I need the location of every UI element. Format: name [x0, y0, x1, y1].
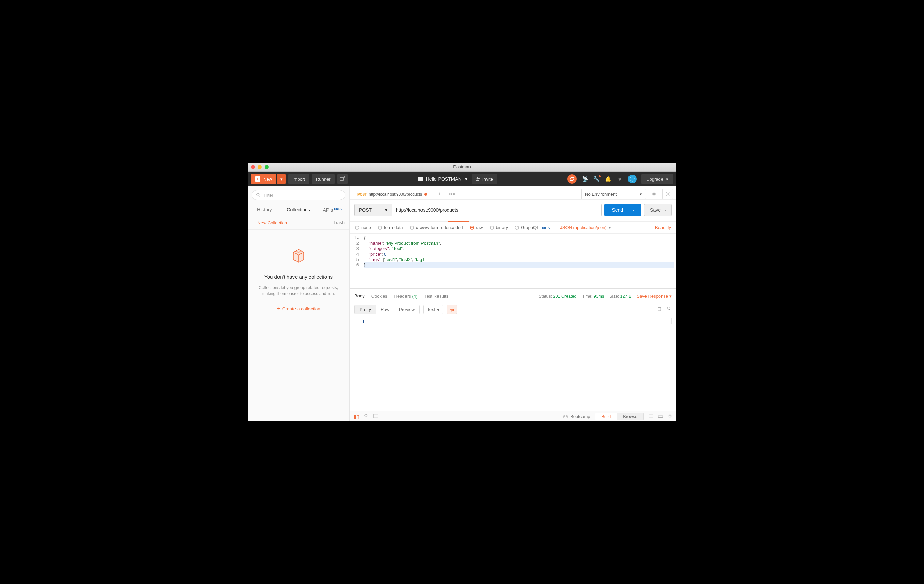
- create-collection-button[interactable]: + Create a collection: [276, 305, 320, 313]
- response-tab-headers[interactable]: Headers (4): [394, 292, 418, 301]
- method-selector[interactable]: POST ▾: [355, 204, 392, 216]
- environment-preview-button[interactable]: [648, 189, 660, 199]
- svg-point-5: [653, 193, 655, 195]
- console-icon[interactable]: [373, 413, 378, 419]
- request-tab[interactable]: POST http://localhost:9000/products: [353, 189, 431, 199]
- svg-point-2: [630, 177, 635, 181]
- avatar[interactable]: [628, 174, 637, 183]
- copy-icon: [657, 306, 662, 311]
- tab-url: http://localhost:9000/products: [369, 192, 422, 197]
- svg-point-16: [667, 307, 670, 309]
- body-type-graphql[interactable]: GraphQLBETA: [515, 225, 550, 230]
- heart-icon[interactable]: ♥: [616, 176, 623, 182]
- send-button[interactable]: Send ▾: [604, 204, 642, 216]
- view-pretty[interactable]: Pretty: [355, 305, 376, 314]
- sync-button[interactable]: [567, 174, 577, 184]
- tab-apis[interactable]: APIsBETA: [315, 204, 349, 216]
- status-value: 201 Created: [553, 294, 577, 299]
- plus-icon: +: [276, 305, 280, 313]
- chevron-down-icon: ▾: [640, 192, 642, 197]
- body-type-raw[interactable]: raw: [470, 225, 483, 230]
- svg-line-19: [367, 416, 368, 418]
- body-type-binary[interactable]: binary: [490, 225, 508, 230]
- maximize-window-icon[interactable]: [264, 165, 269, 169]
- invite-button[interactable]: Invite: [472, 174, 497, 184]
- satellite-icon[interactable]: 📡: [581, 176, 588, 182]
- find-icon[interactable]: [364, 413, 369, 419]
- keyboard-shortcuts-icon[interactable]: [658, 413, 663, 419]
- collection-cube-icon: [289, 245, 309, 266]
- tab-options-button[interactable]: •••: [447, 189, 457, 199]
- response-format-selector[interactable]: Text ▾: [423, 305, 443, 314]
- environment-settings-button[interactable]: [662, 189, 673, 199]
- import-button[interactable]: Import: [289, 174, 309, 184]
- main-pane: POST http://localhost:9000/products + ••…: [350, 186, 676, 421]
- time-value: 93ms: [594, 294, 604, 299]
- url-input[interactable]: http://localhost:9000/products: [392, 204, 602, 216]
- size-value: 127 B: [620, 294, 632, 299]
- code-content: { "name": "My Product from Postman", "ca…: [361, 234, 676, 288]
- build-tab[interactable]: Build: [596, 413, 617, 420]
- svg-point-18: [365, 414, 367, 417]
- response-tab-tests[interactable]: Test Results: [424, 292, 449, 301]
- svg-line-11: [666, 192, 667, 193]
- help-icon[interactable]: ?: [668, 413, 672, 419]
- view-preview[interactable]: Preview: [394, 305, 419, 314]
- upgrade-button[interactable]: Upgrade ▾: [642, 174, 673, 184]
- new-dropdown-button[interactable]: ▾: [277, 174, 285, 184]
- new-tab-button[interactable]: +: [434, 189, 444, 199]
- save-response-button[interactable]: Save Response ▾: [637, 294, 672, 299]
- bootcamp-button[interactable]: Bootcamp: [563, 414, 590, 419]
- tab-collections[interactable]: Collections: [282, 204, 315, 216]
- empty-desc: Collections let you group related reques…: [256, 285, 341, 298]
- bell-icon[interactable]: 🔔: [605, 176, 612, 182]
- body-type-form-data[interactable]: form-data: [378, 225, 403, 230]
- filter-input[interactable]: Filter: [252, 190, 345, 200]
- plus-icon: +: [252, 220, 255, 226]
- unsaved-dot-icon: [424, 193, 427, 196]
- empty-title: You don't have any collections: [264, 274, 333, 280]
- save-button[interactable]: Save ▾: [644, 204, 672, 216]
- two-pane-icon[interactable]: [648, 413, 653, 419]
- minimize-window-icon[interactable]: [258, 165, 262, 169]
- chevron-down-icon: ▾: [465, 176, 467, 182]
- runner-button[interactable]: Runner: [312, 174, 335, 184]
- chevron-down-icon: ▾: [666, 177, 668, 182]
- response-tab-cookies[interactable]: Cookies: [371, 292, 388, 301]
- workspace-selector[interactable]: Hello POSTMAN ▾: [418, 176, 467, 182]
- new-window-icon: [340, 176, 345, 182]
- new-collection-button[interactable]: + New Collection: [252, 220, 287, 226]
- body-type-none[interactable]: none: [355, 225, 371, 230]
- svg-rect-15: [658, 307, 661, 310]
- content-type-selector[interactable]: JSON (application/json) ▾: [560, 225, 611, 230]
- tab-history[interactable]: History: [248, 204, 282, 216]
- new-window-button[interactable]: [337, 174, 348, 184]
- search-icon: [256, 192, 261, 197]
- sidebar-toggle-icon[interactable]: ▮▯: [354, 414, 359, 419]
- wrench-icon[interactable]: 🔧: [593, 176, 600, 182]
- search-response-button[interactable]: [667, 306, 672, 313]
- build-browse-toggle[interactable]: Build Browse: [595, 413, 644, 420]
- close-window-icon[interactable]: [251, 165, 255, 169]
- chevron-down-icon: ▾: [437, 307, 439, 312]
- svg-line-17: [670, 309, 671, 311]
- svg-text:?: ?: [669, 415, 671, 418]
- environment-selector[interactable]: No Environment ▾: [581, 189, 646, 199]
- trash-link[interactable]: Trash: [333, 220, 345, 226]
- view-raw[interactable]: Raw: [376, 305, 394, 314]
- response-content[interactable]: [368, 317, 672, 324]
- beautify-button[interactable]: Beautify: [655, 225, 671, 230]
- copy-response-button[interactable]: [657, 306, 662, 313]
- chevron-down-icon: ▾: [385, 207, 388, 213]
- wrap-lines-button[interactable]: [447, 304, 457, 314]
- svg-rect-23: [658, 415, 663, 418]
- chevron-down-icon: ▾: [669, 294, 672, 299]
- app-window: Postman + New ▾ Import Runner Hello POST…: [248, 163, 676, 421]
- tab-method: POST: [358, 192, 367, 196]
- search-icon: [667, 306, 672, 311]
- request-body-editor[interactable]: 1▾ 2 3 4 5 6 { "name": "My Product from …: [350, 234, 676, 288]
- response-tab-body[interactable]: Body: [355, 291, 365, 301]
- browse-tab[interactable]: Browse: [617, 413, 644, 420]
- new-button[interactable]: + New: [251, 174, 276, 184]
- body-type-urlencoded[interactable]: x-www-form-urlencoded: [410, 225, 463, 230]
